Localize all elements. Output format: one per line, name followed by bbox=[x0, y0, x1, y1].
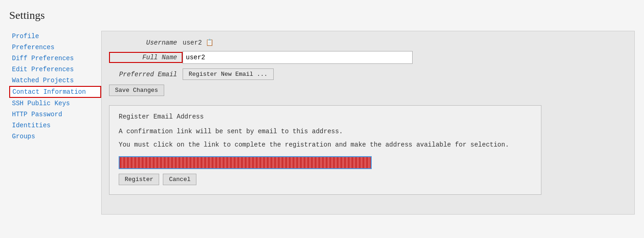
fullname-input[interactable] bbox=[183, 51, 413, 64]
fullname-label: Full Name bbox=[109, 52, 183, 63]
preferred-email-row: Preferred Email Register New Email ... bbox=[109, 68, 627, 80]
sidebar-item-watched-projects[interactable]: Watched Projects bbox=[9, 75, 101, 86]
email-dialog-title: Register Email Address bbox=[119, 113, 532, 120]
sidebar: Profile Preferences Diff Preferences Edi… bbox=[9, 31, 101, 215]
username-row: Username user2 📋 bbox=[109, 39, 627, 46]
email-input[interactable] bbox=[119, 156, 372, 169]
dialog-buttons: Register Cancel bbox=[119, 174, 532, 185]
username-value: user2 📋 bbox=[183, 39, 213, 46]
sidebar-item-edit-preferences[interactable]: Edit Preferences bbox=[9, 64, 101, 75]
cancel-button[interactable]: Cancel bbox=[163, 174, 196, 185]
email-input-row bbox=[119, 156, 532, 169]
username-text: user2 bbox=[183, 39, 202, 46]
content-area: Username user2 📋 Full Name Preferred Ema… bbox=[101, 31, 635, 215]
sidebar-item-diff-preferences[interactable]: Diff Preferences bbox=[9, 53, 101, 64]
preferred-email-label: Preferred Email bbox=[109, 71, 183, 78]
fullname-row: Full Name bbox=[109, 51, 627, 64]
email-dialog: Register Email Address A confirmation li… bbox=[109, 105, 541, 195]
sidebar-item-contact-information[interactable]: Contact Information bbox=[9, 86, 101, 98]
sidebar-item-http-password[interactable]: HTTP Password bbox=[9, 109, 101, 120]
email-dialog-line2: You must click on the link to complete t… bbox=[119, 140, 532, 150]
page-title: Settings bbox=[9, 9, 635, 22]
sidebar-item-identities[interactable]: Identities bbox=[9, 120, 101, 131]
register-email-button[interactable]: Register New Email ... bbox=[183, 68, 274, 80]
sidebar-item-preferences[interactable]: Preferences bbox=[9, 42, 101, 53]
page-container: Settings Profile Preferences Diff Prefer… bbox=[0, 0, 644, 224]
sidebar-item-groups[interactable]: Groups bbox=[9, 131, 101, 142]
save-changes-button[interactable]: Save Changes bbox=[109, 85, 164, 96]
register-button[interactable]: Register bbox=[119, 174, 159, 185]
sidebar-item-ssh-public-keys[interactable]: SSH Public Keys bbox=[9, 98, 101, 109]
email-dialog-line1: A confirmation link will be sent by emai… bbox=[119, 127, 532, 136]
sidebar-item-profile[interactable]: Profile bbox=[9, 31, 101, 42]
username-label: Username bbox=[109, 39, 183, 46]
save-changes-row: Save Changes bbox=[109, 85, 627, 96]
copy-icon[interactable]: 📋 bbox=[206, 39, 213, 46]
main-layout: Profile Preferences Diff Preferences Edi… bbox=[9, 31, 635, 215]
